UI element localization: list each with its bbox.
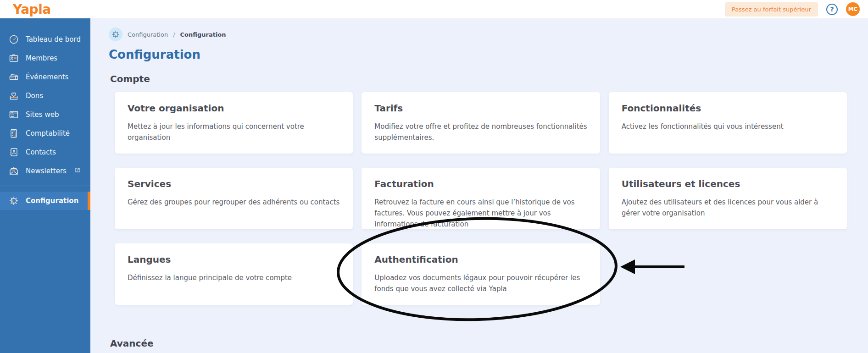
sidebar-item-label: Comptabilité [26,129,70,138]
card-votre-organisation[interactable]: Votre organisation Mettez à jour les inf… [115,92,353,154]
sidebar-item-configuration[interactable]: Configuration [0,192,90,210]
card-description: Uploadez vos documents légaux pour pouvo… [374,272,587,294]
card-fonctionnalites[interactable]: Fonctionnalités Activez les fonctionnali… [609,92,847,154]
sidebar: Tableau de bord Membres Événements Dons … [0,18,90,353]
card-title: Fonctionnalités [622,102,834,115]
card-langues[interactable]: Langues Définissez la langue principale … [115,243,353,305]
upgrade-plan-button[interactable]: Passez au forfait supérieur [725,2,818,17]
sidebar-item-dons[interactable]: Dons [0,86,90,105]
sidebar-item-label: Membres [26,54,57,62]
sidebar-item-label: Tableau de bord [26,35,81,44]
card-title: Facturation [374,178,587,190]
donation-heart-icon [8,90,20,102]
card-title: Authentification [374,254,587,266]
sidebar-item-label: Sites web [26,110,59,119]
calculator-icon [8,127,20,139]
yapla-logo: Yapla [13,2,51,17]
card-title: Utilisateurs et licences [622,178,834,190]
sidebar-item-membres[interactable]: Membres [0,49,90,67]
card-title: Votre organisation [128,102,340,115]
breadcrumb-current: Configuration [180,31,226,38]
sidebar-item-evenements[interactable]: Événements [0,67,90,86]
sidebar-item-tableau-de-bord[interactable]: Tableau de bord [0,30,90,49]
sidebar-item-sites-web[interactable]: Sites web [0,105,90,124]
envelope-icon [8,165,20,177]
card-description: Mettez à jour les informations qui conce… [128,121,340,143]
sidebar-item-contacts[interactable]: Contacts [0,143,90,161]
card-services[interactable]: Services Gérez des groupes pour regroupe… [115,168,353,229]
main-content: Configuration / Configuration Configurat… [90,18,868,353]
dashboard-icon [8,33,20,45]
card-title: Services [128,178,340,190]
sidebar-item-label: Événements [26,73,68,81]
avatar[interactable]: MC [846,2,860,16]
section-heading-avancee: Avancée [110,338,868,349]
sidebar-item-label: Configuration [26,197,78,205]
settings-cards-grid: Votre organisation Mettez à jour les inf… [115,92,847,305]
browser-icon [8,109,20,121]
id-card-icon [8,52,20,64]
card-title: Tarifs [374,102,587,115]
top-bar: Yapla Passez au forfait supérieur ? MC [0,0,868,18]
card-description: Activez les fonctionnalités qui vous int… [622,121,834,132]
card-utilisateurs-et-licences[interactable]: Utilisateurs et licences Ajoutez des uti… [609,168,847,229]
breadcrumb: Configuration / Configuration [109,28,868,41]
card-tarifs[interactable]: Tarifs Modifiez votre offre et profitez … [362,92,600,154]
sidebar-item-comptabilite[interactable]: Comptabilité [0,124,90,143]
card-description: Gérez des groupes pour regrouper des adh… [128,197,340,208]
card-description: Retrouvez la facture en cours ainsi que … [374,197,587,230]
external-link-icon [72,167,81,175]
breadcrumb-parent-link[interactable]: Configuration [128,31,168,38]
tickets-icon [8,71,20,83]
card-description: Ajoutez des utilisateurs et des licences… [622,197,834,219]
topbar-actions: Passez au forfait supérieur ? MC [725,2,860,17]
address-book-icon [8,146,20,158]
section-heading-compte: Compte [110,74,868,84]
breadcrumb-gear-icon [109,28,122,41]
page-title: Configuration [109,48,868,61]
sidebar-divider [0,186,90,186]
card-description: Définissez la langue principale de votre… [128,272,340,283]
sidebar-item-newsletters[interactable]: Newsletters [0,161,90,180]
sidebar-item-label: Dons [26,92,43,100]
card-title: Langues [128,254,340,266]
card-facturation[interactable]: Facturation Retrouvez la facture en cour… [362,168,600,229]
sidebar-item-label: Contacts [26,148,56,156]
card-description: Modifiez votre offre et profitez de nomb… [374,121,587,143]
breadcrumb-separator: / [173,31,175,38]
app-window: Yapla Passez au forfait supérieur ? MC T… [0,0,868,353]
help-icon[interactable]: ? [826,4,838,15]
sidebar-item-label: Newsletters [26,167,67,175]
gear-icon [8,195,20,207]
card-authentification[interactable]: Authentification Uploadez vos documents … [362,243,600,305]
